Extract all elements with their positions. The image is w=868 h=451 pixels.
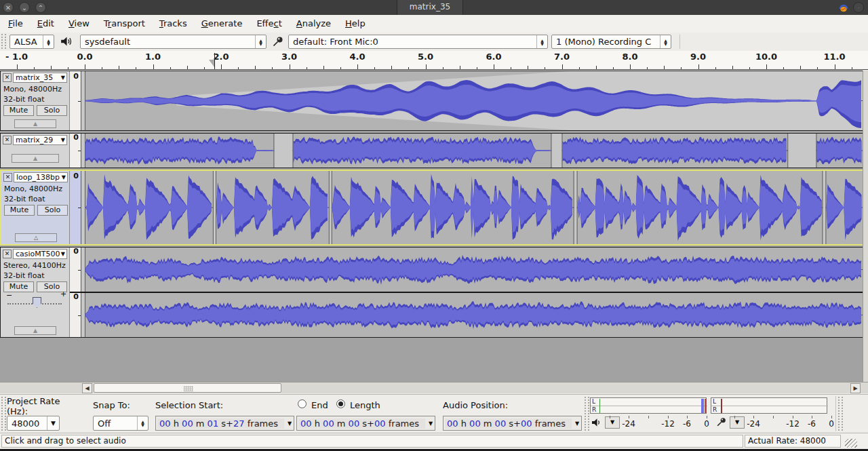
toolbar-grip-handle[interactable] [838,397,843,431]
vertical-ruler[interactable]: 0 [70,71,81,130]
ruler-tick [664,66,665,69]
spinner-icon: ▲▼ [660,35,671,48]
audacity-window: ✕ ⌄ ⌃ matrix_35 · FileEditViewTransportT… [0,0,868,451]
menu-edit[interactable]: Edit [31,15,60,32]
track-mute-button[interactable]: Mute [3,105,34,116]
time-digits[interactable]: 00 h 00 m 00 s+00 frames [445,418,572,429]
track-waveform-matrix_35[interactable] [81,71,863,130]
track-waveform-loop_138bp[interactable] [81,171,863,244]
device-toolbar: ALSA ▲▼ sysdefault ▲▼ default: Front Mic… [0,33,868,52]
menu-tracks[interactable]: Tracks [153,15,193,32]
track-close-icon[interactable]: ✕ [3,173,12,182]
meter-scale-tick [793,416,793,418]
window-unshade-icon[interactable]: ⌃ [35,2,46,13]
horizontal-scrollbar[interactable]: ◀▶ [0,382,868,393]
meter-channel-label: R [713,406,717,414]
scroll-left-icon[interactable]: ◀ [82,383,92,393]
track-solo-button[interactable]: Solo [37,205,68,216]
project-rate-select[interactable]: 48000 ▼ [7,416,60,431]
track-waveform-matrix_29[interactable] [81,134,863,168]
window-menu-icon[interactable]: · [853,2,864,13]
horizontal-scroll-thumb[interactable] [94,383,281,393]
window-shade-icon[interactable]: ⌄ [19,2,30,13]
track-mute-button[interactable]: Mute [4,205,35,216]
playback-device-select[interactable]: sysdefault ▲▼ [80,35,267,49]
menu-generate[interactable]: Generate [195,15,249,32]
track-waveform-casioMT500-ch2[interactable] [81,293,863,337]
ruler-tick [290,64,290,69]
ruler-label: 8.0 [622,52,637,62]
track-solo-button[interactable]: Solo [37,105,67,116]
selection-end-radio[interactable] [298,399,307,408]
menu-bar: FileEditViewTransportTracksGenerateEffec… [0,15,868,33]
recording-meter[interactable]: LR [711,397,827,414]
meter-scale-tick [707,416,707,418]
snap-to-select[interactable]: Off ▲▼ [93,416,149,431]
track-collapse-button[interactable]: △ [15,233,57,242]
audio-host-select[interactable]: ALSA ▲▼ [9,35,54,49]
menu-file[interactable]: File [2,15,29,32]
track-info: 32-bit float [3,271,45,280]
track-expand-button[interactable]: ▲ [12,154,59,163]
spinner-icon: ▲▼ [137,416,148,430]
menu-view[interactable]: View [62,15,96,32]
recording-meter-menu-icon[interactable]: ▼ [730,416,745,429]
track-name-menu[interactable]: matrix_35▼ [13,73,67,83]
ruler-tick [221,64,222,69]
menu-analyze[interactable]: Analyze [290,15,337,32]
vertical-ruler[interactable]: 0 [70,134,81,168]
vertical-ruler[interactable]: 0 [70,171,81,244]
vertical-scrollbar[interactable] [863,71,868,382]
window-resize-grip[interactable] [845,439,857,448]
window-close-icon[interactable]: ✕ [3,2,14,13]
microphone-icon[interactable] [715,416,728,431]
track-collapse-button[interactable]: ▲ [14,326,56,335]
track-panel-matrix_29: ✕matrix_29▼▲ [1,134,70,168]
ruler-tick [153,64,154,69]
ruler-label: 7.0 [554,52,570,62]
menu-transport[interactable]: Transport [98,15,151,32]
track-collapse-button[interactable]: ▲ [14,119,56,128]
time-digits[interactable]: 00 h 00 m 01 s+27 frames [157,418,284,429]
spinner-icon: ▲▼ [255,35,266,48]
track-info: Mono, 48000Hz [4,184,62,193]
ruler-tick [715,67,716,69]
selection-length-radio[interactable] [336,399,345,408]
ruler-tick [443,67,443,69]
playback-meter-menu-icon[interactable]: ▼ [605,416,620,429]
audio-position-field[interactable]: 00 h 00 m 00 s+00 frames▼ [443,416,582,431]
track-name-menu[interactable]: loop_138bp▼ [14,172,68,182]
snap-to-label: Snap To: [93,400,130,410]
menu-effect[interactable]: Effect [250,15,288,32]
gain-slider-thumb[interactable] [33,297,41,308]
track-close-icon[interactable]: ✕ [3,73,12,82]
toolbar-grip-handle[interactable] [1,34,6,49]
ruler-label: 4.0 [349,52,365,62]
recording-device-select[interactable]: default: Front Mic:0 ▲▼ [288,35,548,49]
microphone-icon [271,35,285,48]
ruler-tick [17,64,18,69]
status-message: Click and drag to select audio [1,435,743,448]
playback-meter[interactable]: LR [590,397,707,414]
ruler-tick [426,64,427,69]
menu-help[interactable]: Help [339,15,372,32]
track-name-menu[interactable]: matrix_29▼ [13,135,67,145]
track-panel-casioMT500: ✕casioMT500▼Stereo, 44100Hz32-bit floatM… [1,248,70,337]
project-rate-label: Project Rate (Hz): [7,396,75,416]
track-close-icon[interactable]: ✕ [3,136,12,144]
time-digits[interactable]: 00 h 00 m 00 s+00 frames [298,418,425,429]
selection-length-field[interactable]: 00 h 00 m 00 s+00 frames▼ [296,416,435,431]
timeline-ruler[interactable]: - 1.00.01.02.03.04.05.06.07.08.09.010.01… [0,51,868,70]
ruler-tick [596,66,597,69]
track-waveform-casioMT500-ch1[interactable] [81,248,863,292]
track-close-icon[interactable]: ✕ [3,250,12,258]
track-name-menu[interactable]: casioMT500▼ [13,249,67,259]
selection-start-field[interactable]: 00 h 00 m 01 s+27 frames▼ [155,416,294,431]
toolbar-grip-handle[interactable] [1,397,6,431]
toolbar-grip-handle[interactable] [585,397,589,431]
vertical-ruler[interactable]: 0 [70,293,81,337]
vertical-ruler[interactable]: 0 [70,248,81,292]
scroll-right-icon[interactable]: ▶ [850,383,861,393]
recording-channels-select[interactable]: 1 (Mono) Recording C ▲▼ [551,35,671,49]
speaker-icon[interactable] [591,417,602,431]
